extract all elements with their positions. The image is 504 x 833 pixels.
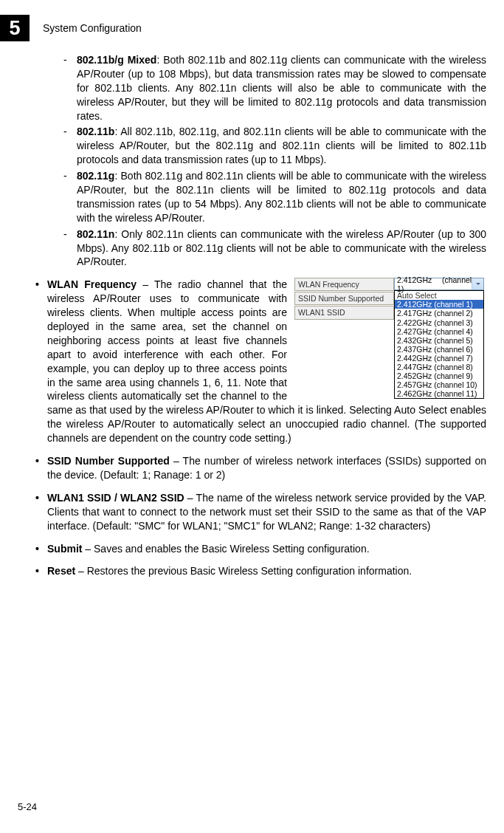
label-wlan-frequency: WLAN Frequency xyxy=(294,278,394,291)
page-number: 5-24 xyxy=(18,801,37,814)
label-ssid-number: SSID Number Supported xyxy=(294,292,394,305)
option-channel-1[interactable]: 2.412GHz (channel 1) xyxy=(395,300,483,309)
option-channel-8[interactable]: 2.447GHz (channel 8) xyxy=(395,363,483,371)
wlan-frequency-dropdown[interactable]: Auto Select 2.412GHz (channel 1) 2.417GH… xyxy=(394,290,484,399)
mode-term: 802.11b xyxy=(77,126,114,137)
chevron-down-icon[interactable] xyxy=(472,278,483,289)
bullet-submit: Submit – Saves and enables the Basic Wir… xyxy=(35,542,486,556)
mode-item: 802.11b: All 802.11b, 802.11g, and 802.1… xyxy=(62,125,486,167)
bullet-term: Reset xyxy=(47,565,75,577)
wlan-frequency-select[interactable]: 2.412GHz (channel 1) xyxy=(394,278,484,290)
option-channel-2[interactable]: 2.417GHz (channel 2) xyxy=(395,309,483,318)
bullet-term: WLAN Frequency xyxy=(47,278,137,290)
mode-text: : All 802.11b, 802.11g, and 802.11n clie… xyxy=(77,126,486,165)
bullet-term: SSID Number Supported xyxy=(47,455,170,467)
option-channel-6[interactable]: 2.437GHz (channel 6) xyxy=(395,345,483,354)
option-channel-7[interactable]: 2.442GHz (channel 7) xyxy=(395,354,483,363)
option-channel-4[interactable]: 2.427GHz (channel 4) xyxy=(395,327,483,336)
label-wlan1-ssid: WLAN1 SSID xyxy=(294,306,394,319)
option-channel-3[interactable]: 2.422GHz (channel 3) xyxy=(395,318,483,327)
bullet-text: – Restores the previous Basic Wireless S… xyxy=(75,565,412,577)
mode-term: 802.11n xyxy=(77,228,114,240)
option-channel-5[interactable]: 2.432GHz (channel 5) xyxy=(395,336,483,345)
mode-term: 802.11g xyxy=(77,170,114,182)
controls-column: 2.412GHz (channel 1) Auto Select 2.412GH… xyxy=(394,278,484,399)
bullet-ssid-number: SSID Number Supported – The number of wi… xyxy=(35,454,486,482)
bullet-wlan-ssid: WLAN1 SSID / WLAN2 SSID – The name of th… xyxy=(35,491,486,533)
mode-item: 802.11g: Both 802.11g and 802.11n client… xyxy=(62,169,486,225)
bullet-wlan-frequency: WLAN Frequency SSID Number Supported WLA… xyxy=(35,278,486,445)
bullet-term: WLAN1 SSID / WLAN2 SSID xyxy=(47,492,184,504)
chapter-title: System Configuration xyxy=(43,21,142,35)
mode-term: 802.11b/g Mixed xyxy=(77,54,156,66)
select-value: 2.412GHz (channel 1) xyxy=(397,275,472,293)
mode-item: 802.11b/g Mixed: Both 802.11b and 802.11… xyxy=(62,53,486,123)
option-channel-9[interactable]: 2.452GHz (channel 9) xyxy=(395,371,483,380)
mode-text: : Both 802.11g and 802.11n clients will … xyxy=(77,170,486,224)
mode-text: : Only 802.11n clients can communicate w… xyxy=(77,228,486,268)
labels-column: WLAN Frequency SSID Number Supported WLA… xyxy=(294,278,394,320)
bullet-reset: Reset – Restores the previous Basic Wire… xyxy=(35,564,486,578)
bullet-term: Submit xyxy=(47,543,82,555)
option-channel-11[interactable]: 2.462GHz (channel 11) xyxy=(395,389,483,398)
mode-list: 802.11b/g Mixed: Both 802.11b and 802.11… xyxy=(35,53,486,269)
screenshot-panel: WLAN Frequency SSID Number Supported WLA… xyxy=(294,278,486,399)
option-channel-10[interactable]: 2.457GHz (channel 10) xyxy=(395,380,483,389)
bullet-text: – Saves and enables the Basic Wireless S… xyxy=(82,543,369,555)
chapter-number-badge: 5 xyxy=(0,15,30,41)
mode-item: 802.11n: Only 802.11n clients can commun… xyxy=(62,227,486,270)
page-header: 5 System Configuration xyxy=(0,0,504,53)
